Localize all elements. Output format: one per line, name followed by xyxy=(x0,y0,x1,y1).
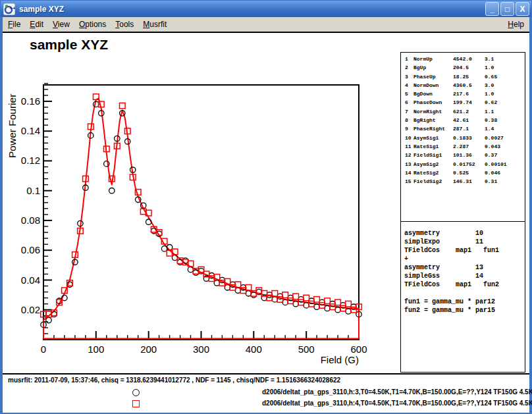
param-row: 4NormDown4360.53.0 xyxy=(401,81,525,90)
theory-line: asymmetry 10 xyxy=(404,229,525,238)
svg-text:400: 400 xyxy=(246,344,262,355)
svg-text:0.14: 0.14 xyxy=(21,125,40,136)
menu-item-file[interactable]: File xyxy=(8,20,20,29)
param-row: 11RateSig12.2870.043 xyxy=(401,142,525,151)
legend-row: d2006/deltat_pta_gps_3110,h:3,T0=4.50K,T… xyxy=(3,388,529,398)
svg-text:100: 100 xyxy=(88,344,104,355)
legend-row: d2006/deltat_pta_gps_3110,h:4,T0=4.50K,T… xyxy=(3,400,529,409)
theory-box: asymmetry 10simplExpo 11TFieldCos map1 f… xyxy=(400,221,525,373)
theory-lines: asymmetry 10simplExpo 11TFieldCos map1 f… xyxy=(401,222,525,315)
svg-text:0.08: 0.08 xyxy=(21,215,40,226)
legend-label: d2006/deltat_pta_gps_3110,h:3,T0=4.50K,T… xyxy=(262,388,532,396)
svg-text:Field (G): Field (G) xyxy=(321,354,359,365)
fit-parameter-rows: 1NormUp4542.03.12BgUp204.51.03PhaseUp18.… xyxy=(401,53,525,186)
svg-text:500: 500 xyxy=(298,344,315,355)
menu-item-edit[interactable]: Edit xyxy=(30,20,43,29)
param-row: 5BgDown217.61.0 xyxy=(401,90,525,98)
param-row: 12FieldSig1101.360.37 xyxy=(401,151,525,159)
param-row: 8BgRight42.610.38 xyxy=(401,116,525,124)
legend-label: d2006/deltat_pta_gps_3110,h:4,T0=4.50K,T… xyxy=(262,400,532,407)
param-row: 15FieldSig2146.310.31 xyxy=(401,177,525,186)
theory-line xyxy=(404,289,525,298)
root-logo-icon: ++ xyxy=(3,3,15,15)
theory-line: asymmetry 13 xyxy=(404,263,525,272)
svg-text:0.02: 0.02 xyxy=(21,304,40,315)
svg-text:0.04: 0.04 xyxy=(21,274,40,286)
theory-line: simpleGss 14 xyxy=(404,272,525,280)
window-title: sample XYZ xyxy=(19,5,64,14)
legend-circle-marker-icon xyxy=(132,389,140,396)
theory-line: simplExpo 11 xyxy=(404,238,525,246)
svg-text:0.12: 0.12 xyxy=(21,155,40,166)
title-bar[interactable]: ++ sample XYZ _□X xyxy=(1,1,531,17)
theory-line: fun1 = gamma_mu * par12 xyxy=(404,298,525,306)
root-canvas[interactable]: sample XYZ 01002003004005006000.020.040.… xyxy=(3,33,529,373)
menu-item-options[interactable]: Options xyxy=(79,20,106,29)
theory-line: TFieldCos map1 fun1 xyxy=(404,246,525,255)
close-button[interactable]: X xyxy=(516,2,529,16)
menu-bar: FileEditViewOptionsToolsMusrfitHelp xyxy=(3,17,529,33)
svg-text:600: 600 xyxy=(350,344,367,355)
svg-text:++: ++ xyxy=(10,5,16,11)
fourier-plot[interactable]: 01002003004005006000.020.040.060.080.10.… xyxy=(3,33,398,373)
svg-text:Power Fourier: Power Fourier xyxy=(7,94,18,158)
svg-text:0.06: 0.06 xyxy=(21,244,40,255)
menu-item-musrfit[interactable]: Musrfit xyxy=(143,20,167,29)
param-row: 14RateSig20.5250.046 xyxy=(401,168,525,177)
menu-item-view[interactable]: View xyxy=(53,20,70,29)
theory-line: + xyxy=(404,255,525,263)
theory-line: TFieldCos map1 fun2 xyxy=(404,280,525,289)
svg-text:300: 300 xyxy=(193,344,209,355)
menu-item-tools[interactable]: Tools xyxy=(115,20,134,29)
svg-text:0.16: 0.16 xyxy=(21,95,40,107)
theory-line: fun2 = gamma_mu * par15 xyxy=(404,306,525,315)
legend-square-marker-icon xyxy=(132,400,140,407)
param-row: 3PhaseUp18.250.65 xyxy=(401,72,525,81)
param-row: 6PhaseDown199.740.62 xyxy=(401,98,525,107)
status-bar: musrfit: 2011-07-09, 15:37:46, chisq = 1… xyxy=(3,373,529,413)
svg-text:200: 200 xyxy=(140,344,157,355)
svg-text:0.1: 0.1 xyxy=(26,185,40,196)
menu-item-help[interactable]: Help xyxy=(508,20,524,29)
param-row: 9PhaseRight287.11.4 xyxy=(401,124,525,133)
app-window: ++ sample XYZ _□X FileEditViewOptionsToo… xyxy=(0,0,532,414)
param-row: 7NormRight621.21.1 xyxy=(401,107,525,116)
param-row: 2BgUp204.51.0 xyxy=(401,63,525,72)
maximize-button[interactable]: □ xyxy=(500,2,514,16)
fit-status-text: musrfit: 2011-07-09, 15:37:46, chisq = 1… xyxy=(8,376,340,384)
window-controls: _□X xyxy=(485,2,529,16)
param-row: 13AsymSig20.017520.00101 xyxy=(401,160,525,168)
param-row: 1NormUp4542.03.1 xyxy=(401,55,525,63)
fit-parameter-box: 1NormUp4542.03.12BgUp204.51.03PhaseUp18.… xyxy=(400,52,525,222)
param-row: 10AsymSig10.18330.0027 xyxy=(401,134,525,142)
minimize-button[interactable]: _ xyxy=(485,2,499,16)
svg-text:0: 0 xyxy=(41,344,46,355)
